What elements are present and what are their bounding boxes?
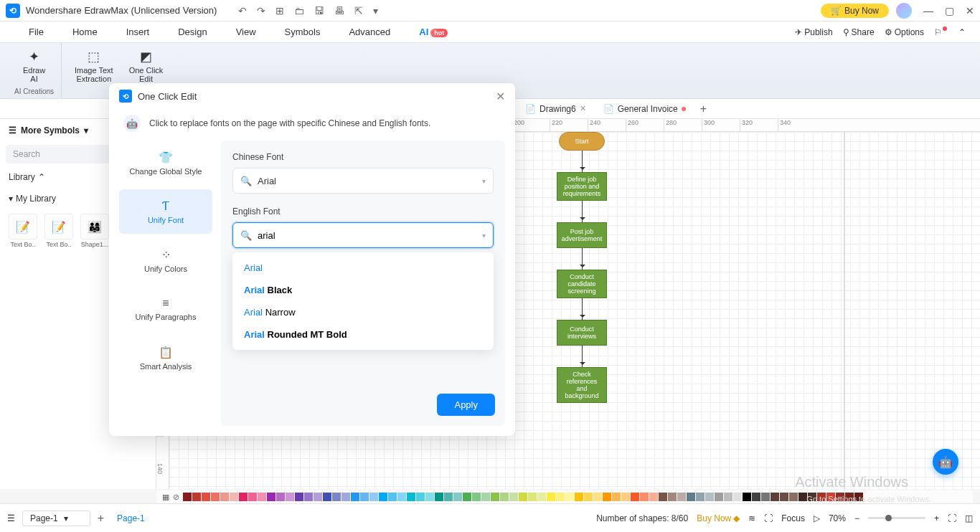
color-swatch[interactable] bbox=[397, 493, 406, 501]
color-swatch[interactable] bbox=[425, 493, 434, 501]
shape-thumb[interactable]: 👨‍👩‍👧Shape1... bbox=[79, 214, 110, 248]
menu-view[interactable]: View bbox=[222, 27, 270, 37]
color-swatch[interactable] bbox=[696, 493, 705, 501]
color-swatch[interactable] bbox=[314, 493, 322, 501]
menu-ai[interactable]: AIhot bbox=[405, 27, 462, 37]
color-swatch[interactable] bbox=[808, 493, 816, 501]
color-swatch[interactable] bbox=[258, 493, 266, 501]
color-swatch[interactable] bbox=[687, 493, 695, 501]
english-font-input[interactable] bbox=[258, 230, 476, 241]
color-swatch[interactable] bbox=[239, 493, 248, 501]
color-swatch[interactable] bbox=[537, 493, 546, 501]
more-icon[interactable]: ▾ bbox=[373, 5, 378, 16]
color-swatch[interactable] bbox=[491, 493, 499, 501]
color-swatch[interactable] bbox=[332, 493, 341, 501]
color-swatch[interactable] bbox=[519, 493, 527, 501]
color-swatch[interactable] bbox=[640, 493, 649, 501]
shape-thumb[interactable]: 📝Text Bo.. bbox=[7, 214, 39, 248]
english-font-select[interactable]: 🔍 ▾ bbox=[232, 222, 494, 248]
color-swatch[interactable] bbox=[631, 493, 639, 501]
flowchart-node[interactable]: Define job position and requirements bbox=[557, 172, 607, 201]
nav-unify-paragraphs[interactable]: ≡Unify Paragraphs bbox=[119, 287, 212, 331]
zoom-in-icon[interactable]: + bbox=[934, 513, 939, 523]
color-swatch[interactable] bbox=[472, 493, 481, 501]
color-swatch[interactable] bbox=[407, 493, 415, 501]
color-swatch[interactable] bbox=[500, 493, 509, 501]
apply-button[interactable]: Apply bbox=[437, 394, 495, 416]
color-swatch[interactable] bbox=[360, 493, 369, 501]
color-swatch[interactable] bbox=[230, 493, 238, 501]
zoom-slider[interactable] bbox=[868, 517, 925, 519]
color-swatch[interactable] bbox=[743, 493, 751, 501]
color-swatch[interactable] bbox=[369, 493, 378, 501]
export-icon[interactable]: ⇱ bbox=[354, 5, 363, 16]
color-swatch[interactable] bbox=[192, 493, 201, 501]
color-swatch[interactable] bbox=[416, 493, 425, 501]
dropdown-option[interactable]: Arial bbox=[232, 257, 494, 279]
color-swatch[interactable] bbox=[444, 493, 453, 501]
color-swatch[interactable] bbox=[584, 493, 593, 501]
page-selector[interactable]: Page-1 ▾ bbox=[22, 510, 90, 526]
doc-tab-drawing6[interactable]: 📄 Drawing6 ✕ bbox=[517, 99, 595, 118]
color-swatch[interactable] bbox=[668, 493, 677, 501]
color-swatch[interactable] bbox=[379, 493, 387, 501]
color-swatch[interactable] bbox=[463, 493, 471, 501]
new-icon[interactable]: ⊞ bbox=[275, 5, 284, 16]
color-swatch[interactable] bbox=[220, 493, 229, 501]
color-swatch[interactable] bbox=[295, 493, 303, 501]
color-swatch[interactable] bbox=[509, 493, 518, 501]
color-swatch[interactable] bbox=[211, 493, 220, 501]
dropdown-option[interactable]: Arial Black bbox=[232, 279, 494, 301]
color-swatch[interactable] bbox=[183, 493, 192, 501]
palette-menu-icon[interactable]: ▦ bbox=[162, 493, 169, 502]
modal-close-icon[interactable]: ✕ bbox=[496, 90, 505, 103]
color-swatch[interactable] bbox=[593, 493, 602, 501]
color-swatch[interactable] bbox=[341, 493, 350, 501]
undo-icon[interactable]: ↶ bbox=[238, 5, 247, 16]
chinese-font-select[interactable]: 🔍 Arial ▾ bbox=[232, 168, 494, 194]
flowchart-node[interactable]: Check references and background bbox=[557, 367, 607, 403]
color-swatch[interactable] bbox=[836, 493, 844, 501]
doc-tab-invoice[interactable]: 📄 General Invoice bbox=[595, 99, 694, 118]
focus-button[interactable]: Focus bbox=[781, 513, 805, 523]
redo-icon[interactable]: ↷ bbox=[257, 5, 265, 16]
publish-button[interactable]: ✈ Publish bbox=[795, 27, 832, 37]
print-icon[interactable]: 🖶 bbox=[334, 5, 344, 16]
zoom-out-icon[interactable]: − bbox=[854, 513, 859, 523]
color-swatch[interactable] bbox=[817, 493, 826, 501]
color-swatch[interactable] bbox=[453, 493, 462, 501]
color-swatch[interactable] bbox=[752, 493, 760, 501]
color-swatch[interactable] bbox=[677, 493, 686, 501]
color-swatch[interactable] bbox=[603, 493, 611, 501]
presentation-icon[interactable]: ▷ bbox=[814, 513, 820, 523]
panels-icon[interactable]: ◫ bbox=[965, 513, 973, 523]
color-swatch[interactable] bbox=[733, 493, 742, 501]
color-swatch[interactable] bbox=[826, 493, 835, 501]
nav-global-style[interactable]: 👕Change Global Style bbox=[119, 141, 212, 185]
color-swatch[interactable] bbox=[323, 493, 331, 501]
status-buy-now[interactable]: Buy Now ◆ bbox=[697, 513, 740, 523]
image-text-extraction-button[interactable]: ⬚ Image Text Extraction bbox=[69, 46, 119, 86]
flowchart-node[interactable]: Conduct interviews bbox=[557, 320, 607, 346]
dropdown-option[interactable]: Arial Rounded MT Bold bbox=[232, 323, 494, 346]
page-list-icon[interactable]: ☰ bbox=[7, 513, 15, 523]
save-icon[interactable]: 🖫 bbox=[314, 5, 324, 16]
notifications-icon[interactable]: ⚐ bbox=[934, 27, 948, 37]
color-swatch[interactable] bbox=[351, 493, 359, 501]
color-swatch[interactable] bbox=[845, 493, 854, 501]
minimize-icon[interactable]: — bbox=[923, 5, 933, 16]
color-swatch[interactable] bbox=[304, 493, 313, 501]
color-swatch[interactable] bbox=[528, 493, 537, 501]
color-swatch[interactable] bbox=[621, 493, 630, 501]
color-swatch[interactable] bbox=[556, 493, 565, 501]
color-swatch[interactable] bbox=[798, 493, 807, 501]
collapse-ribbon-icon[interactable]: ⌃ bbox=[958, 27, 966, 37]
ai-chat-bubble[interactable]: 🤖 bbox=[933, 449, 958, 475]
nav-unify-font[interactable]: ƬUnify Font bbox=[119, 189, 212, 234]
no-color-icon[interactable]: ⊘ bbox=[173, 493, 179, 502]
menu-symbols[interactable]: Symbols bbox=[270, 27, 335, 37]
color-swatch[interactable] bbox=[286, 493, 294, 501]
color-swatch[interactable] bbox=[547, 493, 555, 501]
menu-insert[interactable]: Insert bbox=[112, 27, 164, 37]
color-swatch[interactable] bbox=[248, 493, 257, 501]
